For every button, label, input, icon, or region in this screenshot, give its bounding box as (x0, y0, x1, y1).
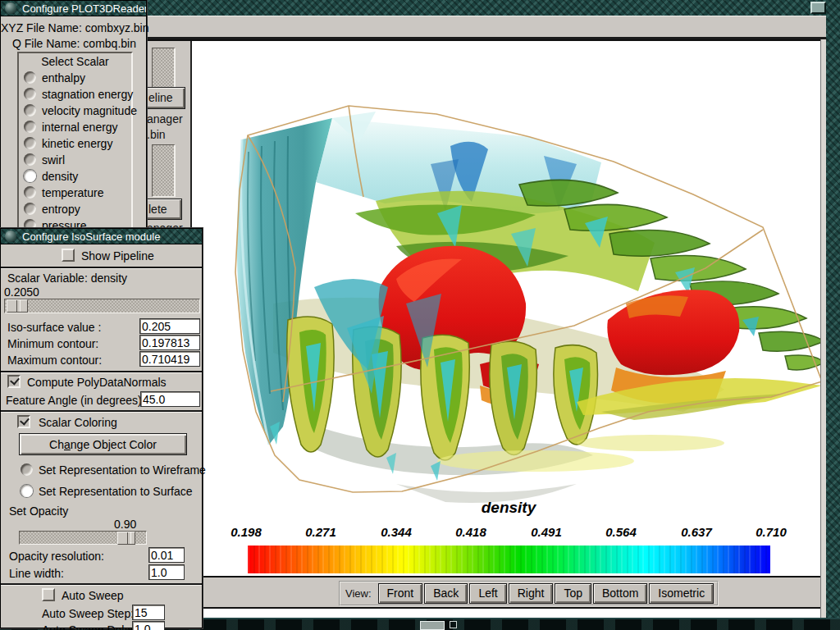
repr-surface-label[interactable]: Set Representation to Surface (39, 485, 193, 498)
bin-text-partial: .bin (147, 128, 166, 141)
view-front-button[interactable]: Front (378, 583, 423, 604)
view-label: View: (344, 587, 377, 600)
legend-tick: 0.198 (221, 525, 272, 539)
iso-value-label: Iso-surface value : (7, 321, 101, 334)
scalar-option-label[interactable]: temperature (42, 186, 103, 199)
window-icon[interactable] (5, 231, 16, 242)
compute-normals-label[interactable]: Compute PolyDataNormals (27, 376, 167, 389)
change-object-color-button[interactable]: Change Object Color (19, 433, 187, 455)
plot3d-dialog-titlebar[interactable]: Configure PLOT3DReader modul (1, 1, 146, 16)
panel-slider-bottom[interactable] (152, 144, 176, 197)
legend-tick: 0.491 (521, 525, 572, 539)
scalar-option-label[interactable]: internal energy (42, 121, 118, 134)
scalar-option-label[interactable]: kinetic energy (42, 137, 112, 150)
radio-stagnation-energy[interactable] (24, 88, 36, 100)
radio-swirl[interactable] (24, 153, 36, 166)
opacity-slider-value: 0.90 (114, 518, 136, 531)
scalar-option-label[interactable]: entropy (42, 203, 80, 216)
scalar-option-label[interactable]: enthalpy (42, 71, 85, 84)
taskbar-pager-icon[interactable] (450, 621, 457, 628)
scalar-option-label[interactable]: swirl (42, 153, 65, 167)
set-opacity-label: Set Opacity (9, 504, 68, 518)
view-button-group: View: Front Back Left Right Top Bottom I… (339, 581, 719, 606)
radio-velocity-magnitude[interactable] (24, 104, 36, 116)
window-right-frame (826, 0, 840, 618)
feature-angle-label: Feature Angle (in degrees): (6, 394, 145, 407)
scalar-option-label[interactable]: density (42, 170, 78, 183)
maximize-corner-icon[interactable] (810, 2, 826, 14)
max-contour-label: Maximum contour: (7, 354, 102, 367)
legend-tick: 0.344 (371, 525, 422, 539)
scalar-variable-label: Scalar Variable: density (7, 272, 127, 285)
line-width-label: Line width: (9, 567, 64, 580)
auto-sweep-step-label: Auto Sweep Step: (42, 607, 134, 620)
taskbar-item[interactable] (420, 621, 445, 630)
scalar-option-label[interactable]: velocity magnitude (42, 104, 137, 117)
view-button-strip: View: Front Back Left Right Top Bottom I… (191, 576, 822, 609)
compute-normals-checkbox[interactable] (7, 375, 21, 388)
isosurface-dialog-title: Configure IsoSurface module (22, 231, 160, 243)
view-bottom-button[interactable]: Bottom (593, 583, 647, 604)
iso-value-slider[interactable] (4, 299, 200, 313)
legend-tick: 0.710 (746, 525, 797, 539)
plot3d-reader-dialog: Configure PLOT3DReader modul XYZ File Na… (0, 0, 147, 243)
iso-value-slider-handle[interactable] (7, 299, 28, 313)
canvas-right-bevel (820, 39, 826, 618)
manager-text-partial: anager (147, 112, 183, 126)
radio-temperature[interactable] (24, 186, 36, 199)
q-file-label: Q File Name: combq.bin (1, 37, 148, 50)
view-isometric-button[interactable]: Isometric (649, 583, 714, 604)
legend-tick: 0.637 (671, 525, 722, 539)
scalar-coloring-label[interactable]: Scalar Coloring (39, 416, 117, 429)
view-top-button[interactable]: Top (555, 583, 591, 604)
show-pipeline-checkbox[interactable] (62, 249, 75, 262)
opacity-resolution-label: Opacity resolution: (9, 550, 104, 563)
view-back-button[interactable]: Back (424, 583, 468, 604)
radio-density[interactable] (24, 170, 36, 182)
iso-value-field[interactable] (139, 318, 200, 334)
radio-repr-wireframe[interactable] (21, 463, 33, 476)
auto-sweep-step-field[interactable] (132, 605, 165, 620)
radio-internal-energy[interactable] (24, 121, 36, 133)
feature-angle-field[interactable] (140, 391, 200, 407)
scalar-option-label[interactable]: stagnation energy (42, 88, 133, 101)
opacity-resolution-field[interactable] (148, 547, 185, 563)
isosurface-dialog-titlebar[interactable]: Configure IsoSurface module (1, 229, 202, 244)
view-right-button[interactable]: Right (509, 583, 554, 604)
auto-sweep-checkbox[interactable] (42, 588, 55, 601)
legend-tick: 0.564 (596, 525, 646, 539)
radio-entropy[interactable] (24, 203, 36, 215)
line-width-field[interactable] (148, 564, 185, 580)
auto-sweep-delay-label: Auto Sweep Delay: (42, 623, 139, 630)
delete-button-partial[interactable]: lete (144, 199, 182, 220)
auto-sweep-delay-field[interactable] (132, 621, 165, 630)
opacity-slider[interactable] (19, 531, 147, 545)
legend-colorbar (248, 546, 770, 573)
legend-tick: 0.418 (445, 525, 496, 539)
desktop: { "main_window": { "legend": { "title": … (0, 0, 840, 630)
show-pipeline-label[interactable]: Show Pipeline (81, 249, 154, 262)
opacity-slider-handle[interactable] (117, 532, 135, 545)
scalar-slider-value: 0.2050 (4, 285, 39, 299)
isosurface-rendering[interactable] (191, 41, 823, 574)
radio-kinetic-energy[interactable] (24, 137, 36, 149)
max-contour-field[interactable] (139, 351, 200, 367)
view-left-button[interactable]: Left (469, 583, 506, 604)
legend-title: density (427, 499, 591, 517)
plot3d-dialog-title: Configure PLOT3DReader modul (22, 2, 146, 15)
radio-enthalpy[interactable] (24, 71, 36, 84)
auto-sweep-label[interactable]: Auto Sweep (62, 589, 124, 602)
scalar-coloring-checkbox[interactable] (17, 415, 30, 428)
legend-tick: 0.271 (295, 525, 346, 539)
select-scalar-label: Select Scalar (17, 55, 133, 68)
isosurface-dialog: Configure IsoSurface module Show Pipelin… (0, 228, 203, 628)
radio-repr-surface[interactable] (21, 485, 33, 497)
pipeline-button-partial[interactable]: eline (144, 87, 185, 109)
min-contour-field[interactable] (139, 335, 200, 350)
repr-wireframe-label[interactable]: Set Representation to Wireframe (39, 463, 206, 477)
xyz-file-label: XYZ File Name: combxyz.bin (1, 21, 148, 34)
min-contour-label: Minimum contour: (7, 337, 98, 350)
window-icon[interactable] (5, 2, 16, 14)
